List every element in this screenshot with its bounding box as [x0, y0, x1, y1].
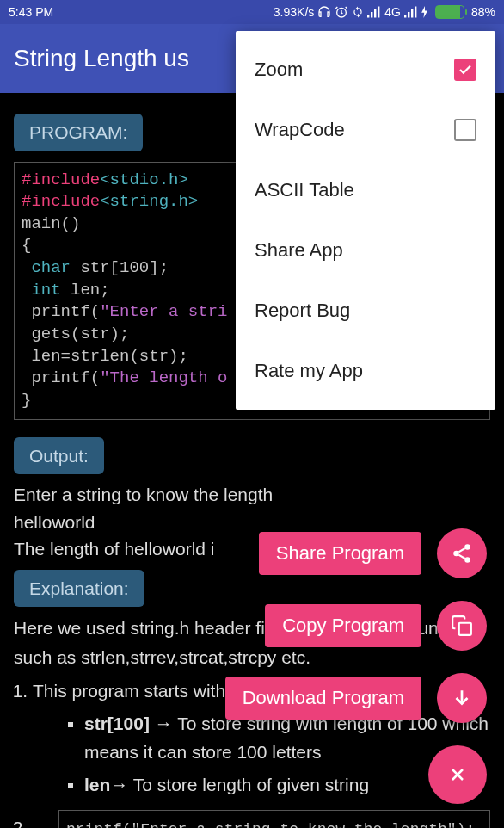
fab-row-copy: Copy Program: [265, 601, 487, 651]
copy-button[interactable]: [437, 601, 487, 651]
charging-icon: [421, 6, 428, 18]
svg-rect-4: [459, 623, 471, 635]
svg-point-3: [464, 557, 470, 563]
fab-row-share: Share Program: [259, 528, 487, 578]
output-tag: Output:: [14, 437, 104, 475]
checkbox-unchecked-icon[interactable]: [454, 119, 476, 141]
overflow-menu: Zoom WrapCode ASCII Table Share App Repo…: [236, 31, 495, 410]
menu-label: Rate my App: [255, 360, 363, 382]
menu-label: ASCII Table: [255, 179, 354, 201]
network-label: 4G: [384, 5, 401, 19]
menu-label: Share App: [255, 239, 343, 262]
program-tag: PROGRAM:: [14, 114, 143, 151]
menu-ascii-table[interactable]: ASCII Table: [236, 160, 495, 220]
download-button[interactable]: [437, 673, 487, 723]
fab-stack: Share Program Copy Program Download Prog…: [225, 528, 487, 804]
code-snippet: printf("Enter a string to know the lengt…: [58, 810, 490, 828]
menu-share-app[interactable]: Share App: [236, 220, 495, 281]
menu-zoom[interactable]: Zoom: [236, 40, 495, 100]
alarm-icon: [335, 5, 348, 19]
copy-icon: [451, 615, 473, 637]
status-speed: 3.93K/s: [274, 5, 314, 19]
status-time: 5:43 PM: [9, 5, 53, 19]
menu-rate-app[interactable]: Rate my App: [236, 341, 495, 401]
fab-row-close: [428, 745, 487, 804]
signal-icon-2: [404, 6, 418, 18]
menu-label: Report Bug: [255, 300, 350, 322]
menu-label: WrapCode: [255, 119, 345, 141]
menu-report-bug[interactable]: Report Bug: [236, 281, 495, 341]
battery-pct: 88%: [471, 5, 495, 19]
close-icon: [447, 764, 468, 785]
svg-point-2: [453, 551, 459, 557]
menu-wrapcode[interactable]: WrapCode: [236, 100, 495, 160]
share-button[interactable]: [437, 528, 487, 578]
fab-row-download: Download Program: [225, 673, 487, 723]
close-fab-button[interactable]: [428, 745, 487, 804]
list-item: printf("Enter a string to know the lengt…: [33, 810, 490, 828]
status-bar: 5:43 PM 3.93K/s 4G 88%: [0, 0, 504, 24]
checkbox-checked-icon[interactable]: [454, 59, 476, 81]
explanation-tag: Explanation:: [14, 570, 144, 608]
svg-point-1: [464, 544, 470, 550]
fab-label-download[interactable]: Download Program: [225, 677, 421, 720]
page-title: String Length us: [14, 45, 189, 72]
download-icon: [451, 687, 473, 709]
menu-label: Zoom: [255, 59, 303, 81]
fab-label-share[interactable]: Share Program: [259, 532, 421, 575]
status-right: 3.93K/s 4G 88%: [53, 5, 495, 19]
fab-label-copy[interactable]: Copy Program: [265, 604, 421, 647]
signal-icon: [367, 6, 381, 18]
battery-icon: [435, 5, 464, 19]
sync-icon: [352, 6, 364, 18]
headphones-icon: [317, 5, 331, 19]
share-icon: [451, 542, 473, 565]
